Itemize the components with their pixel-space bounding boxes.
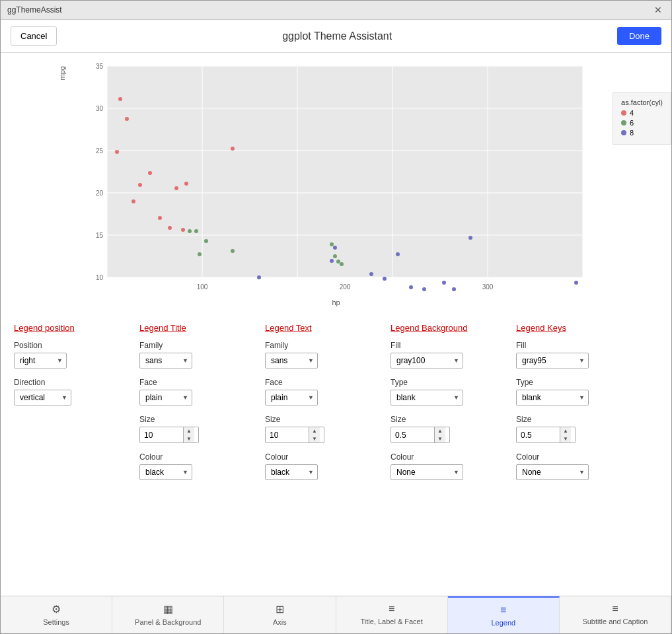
svg-text:100: 100	[196, 283, 207, 291]
section-legend-text: Legend Text Family sans serif mono Face	[265, 323, 391, 503]
svg-point-46	[369, 272, 373, 276]
title-size-input[interactable]	[140, 428, 183, 442]
svg-rect-0	[107, 66, 583, 277]
tab-panel-background[interactable]: ▦ Panel & Background	[112, 596, 224, 633]
legend-keys-section-title[interactable]: Legend Keys	[516, 323, 635, 333]
keys-colour-field: Colour None black white gray	[516, 452, 635, 480]
svg-point-38	[231, 249, 235, 253]
keys-size-down-btn[interactable]: ▼	[560, 435, 571, 443]
direction-select[interactable]: vertical horizontal	[14, 390, 71, 405]
svg-text:200: 200	[339, 283, 350, 291]
bg-colour-select[interactable]: None black white gray	[391, 464, 463, 480]
title-family-field: Family sans serif mono	[139, 341, 258, 369]
chart-svg: 10 15 20 25 30 35 100 200 300	[74, 59, 616, 297]
tab-legend[interactable]: ≡ Legend	[448, 596, 560, 633]
keys-colour-select-wrapper: None black white gray	[516, 464, 589, 480]
svg-point-26	[138, 183, 142, 187]
bg-type-select[interactable]: blank solid dashed	[391, 390, 463, 405]
svg-point-49	[409, 285, 413, 289]
controls-grid: Legend position Position right left top …	[14, 323, 658, 503]
svg-text:25: 25	[95, 147, 103, 155]
svg-point-43	[257, 275, 261, 279]
bg-colour-label: Colour	[391, 452, 509, 462]
position-select[interactable]: right left top bottom none	[14, 353, 67, 369]
tab-settings[interactable]: ⚙ Settings	[1, 596, 112, 633]
svg-point-39	[330, 242, 334, 246]
bg-type-field: Type blank solid dashed	[391, 378, 509, 405]
title-size-up-btn[interactable]: ▲	[184, 427, 194, 435]
legend-background-section-title[interactable]: Legend Background	[391, 323, 509, 333]
tab-axis-label: Axis	[273, 618, 287, 626]
window-close-button[interactable]: ✕	[652, 5, 665, 15]
legend-item-4: 4	[621, 109, 663, 117]
keys-size-up-btn[interactable]: ▲	[560, 427, 571, 435]
title-family-label: Family	[139, 341, 258, 350]
keys-colour-select[interactable]: None black white gray	[516, 464, 589, 480]
svg-text:35: 35	[95, 63, 103, 70]
tab-subtitle-caption-label: Subtitle and Caption	[582, 617, 648, 625]
text-size-up-btn[interactable]: ▲	[309, 427, 320, 435]
done-button[interactable]: Done	[617, 27, 661, 45]
bg-fill-field: Fill gray100 gray95 white None	[391, 341, 509, 369]
legend-dot-8	[621, 130, 626, 135]
legend-title-section-title[interactable]: Legend Title	[139, 323, 258, 333]
text-family-select[interactable]: sans serif mono	[265, 353, 318, 369]
keys-fill-label: Fill	[516, 341, 635, 350]
legend-text-section-title[interactable]: Legend Text	[265, 323, 384, 333]
text-face-field: Face plain bold italic	[265, 378, 384, 405]
legend-position-title[interactable]: Legend position	[14, 323, 133, 333]
keys-type-select[interactable]: blank solid dashed	[516, 390, 589, 405]
text-face-select[interactable]: plain bold italic	[265, 390, 318, 405]
bg-size-up-btn[interactable]: ▲	[435, 427, 445, 435]
keys-fill-select[interactable]: gray95 gray100 white None	[516, 353, 589, 369]
title-family-select-wrapper: sans serif mono	[139, 353, 192, 369]
svg-point-48	[396, 252, 400, 256]
tab-axis[interactable]: ⊞ Axis	[224, 596, 336, 633]
text-colour-field: Colour black white gray	[265, 452, 384, 480]
keys-type-field: Type blank solid dashed	[516, 378, 635, 405]
svg-point-47	[383, 277, 387, 281]
section-legend-title: Legend Title Family sans serif mono Face	[139, 323, 265, 503]
svg-point-42	[340, 262, 344, 266]
svg-point-34	[188, 229, 192, 233]
title-colour-label: Colour	[139, 452, 258, 462]
text-colour-select[interactable]: black white gray	[265, 464, 318, 480]
title-size-down-btn[interactable]: ▼	[184, 435, 194, 443]
text-size-down-btn[interactable]: ▼	[309, 435, 320, 443]
text-family-label: Family	[265, 341, 384, 350]
legend-icon: ≡	[500, 604, 506, 616]
title-face-select[interactable]: plain bold italic	[139, 390, 192, 405]
bg-colour-field: Colour None black white gray	[391, 452, 509, 480]
svg-point-44	[330, 259, 334, 263]
subtitle-caption-icon: ≡	[612, 603, 618, 615]
keys-size-field: Size ▲ ▼	[516, 415, 635, 443]
cancel-button[interactable]: Cancel	[11, 26, 57, 46]
bg-type-select-wrapper: blank solid dashed	[391, 390, 463, 405]
svg-point-37	[204, 239, 208, 243]
svg-point-40	[333, 254, 337, 258]
svg-point-50	[422, 287, 426, 291]
tab-title-label-facet[interactable]: ≡ Title, Label & Facet	[336, 596, 448, 633]
text-size-input[interactable]	[266, 428, 309, 442]
tab-subtitle-caption[interactable]: ≡ Subtitle and Caption	[560, 596, 671, 633]
bg-colour-select-wrapper: None black white gray	[391, 464, 463, 480]
keys-size-label: Size	[516, 415, 635, 424]
bg-fill-label: Fill	[391, 341, 509, 350]
svg-point-27	[148, 171, 152, 175]
bg-size-input[interactable]	[391, 428, 434, 442]
svg-point-33	[231, 147, 235, 151]
keys-size-input[interactable]	[517, 428, 560, 442]
bg-fill-select[interactable]: gray100 gray95 white None	[391, 353, 463, 369]
svg-point-30	[174, 186, 178, 190]
title-family-select[interactable]: sans serif mono	[139, 353, 192, 369]
tab-legend-label: Legend	[491, 619, 515, 627]
position-label: Position	[14, 341, 133, 350]
title-colour-select[interactable]: black white gray	[139, 464, 192, 480]
svg-point-25	[131, 199, 135, 203]
title-face-select-wrapper: plain bold italic	[139, 390, 192, 405]
header-bar: Cancel ggplot Theme Assistant Done	[1, 20, 671, 53]
bg-size-down-btn[interactable]: ▼	[435, 435, 445, 443]
legend-label-4: 4	[630, 109, 634, 117]
settings-icon: ⚙	[52, 603, 61, 616]
chart-wrapper: mpg 10 15	[11, 59, 661, 297]
